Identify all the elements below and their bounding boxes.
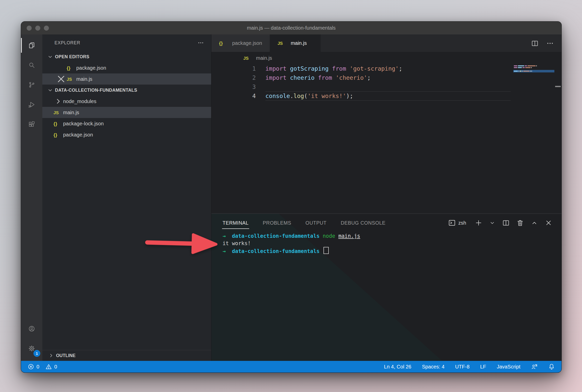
code-line-2[interactable]: 2import cheerio from 'cheerio'; — [211, 73, 561, 82]
status-language-mode[interactable]: JavaScript — [497, 364, 520, 370]
minimize-window-button[interactable] — [35, 26, 40, 31]
status-value: 0 — [37, 364, 39, 370]
terminal-cursor — [323, 247, 329, 254]
status-indentation[interactable]: Spaces: 4 — [422, 364, 445, 370]
activity-item-source-control[interactable] — [21, 75, 42, 95]
code-text: import cheerio from 'cheerio'; — [256, 73, 371, 82]
open-editor-item-main.js[interactable]: JSmain.js — [42, 73, 211, 85]
breadcrumb[interactable]: JSmain.js — [211, 52, 561, 64]
terminal-line-2: it works! — [223, 240, 561, 247]
source-control-icon — [28, 82, 35, 88]
section-header-open-editors[interactable]: OPEN EDITORS — [42, 51, 211, 62]
terminal-dropdown-chevron-icon[interactable] — [489, 220, 496, 226]
editor-tab-main.js[interactable]: JSmain.js — [270, 34, 321, 52]
minimap-line — [514, 71, 554, 72]
terminal-shell-selector[interactable]: zsh — [448, 219, 466, 227]
chevron-right-icon — [48, 352, 54, 359]
explorer-sidebar: EXPLORER OPEN EDITORS{}package.jsonJSmai… — [42, 34, 211, 361]
status-problems-warnings[interactable]: 0 — [45, 363, 57, 370]
chevron-down-icon — [47, 53, 53, 60]
line-number: 4 — [211, 91, 256, 101]
status-encoding[interactable]: UTF-8 — [455, 364, 470, 370]
maximize-panel-chevron-up-icon[interactable] — [531, 219, 538, 227]
split-editor-icon[interactable] — [531, 40, 539, 47]
kill-terminal-trash-icon[interactable] — [516, 219, 524, 227]
js-file-icon: JS — [67, 77, 72, 82]
window-title: main.js — data-collection-fundamentals — [21, 25, 561, 31]
breadcrumb-file: main.js — [256, 55, 272, 61]
code-line-1[interactable]: 1import gotScraping from 'got-scraping'; — [211, 64, 561, 73]
section-header-outline[interactable]: OUTLINE — [42, 350, 211, 361]
minimap-line — [514, 67, 554, 68]
ellipsis-icon[interactable] — [197, 40, 204, 46]
sidebar-title: EXPLORER — [54, 40, 80, 46]
tree-item-package.json[interactable]: {}package.json — [42, 129, 211, 140]
section-header-workspace-root[interactable]: DATA-COLLECTION-FUNDAMENTALS — [42, 85, 211, 96]
terminal-prompt-icon — [448, 219, 456, 227]
status-problems-errors[interactable]: 0 — [28, 363, 39, 370]
activity-item-run-debug[interactable] — [21, 95, 42, 114]
editor-more-actions-icon[interactable] — [546, 40, 554, 47]
activity-bar: 1 — [21, 34, 42, 361]
account-icon — [28, 325, 35, 332]
panel-tab-output[interactable]: OUTPUT — [305, 214, 326, 232]
status-feedback[interactable] — [531, 363, 538, 370]
code-line-4[interactable]: 4console.log('it works!'); — [211, 91, 561, 101]
close-panel-icon[interactable] — [545, 219, 552, 227]
line-number: 1 — [211, 64, 256, 73]
status-value: Spaces: 4 — [422, 364, 445, 370]
status-eol[interactable]: LF — [480, 364, 486, 370]
code-line-3[interactable]: 3 — [211, 82, 561, 91]
panel-tab-debug-console[interactable]: DEBUG CONSOLE — [341, 214, 386, 232]
file-name: main.js — [63, 110, 79, 115]
minimap[interactable] — [514, 65, 554, 72]
js-file-icon: JS — [53, 110, 59, 115]
panel-tab-problems[interactable]: PROBLEMS — [263, 214, 291, 232]
tree-item-package-lock.json[interactable]: {}package-lock.json — [42, 118, 211, 129]
outline-label: OUTLINE — [56, 353, 76, 358]
tree-item-main.js[interactable]: JSmain.js — [42, 107, 211, 118]
activity-item-account[interactable] — [21, 319, 42, 339]
close-window-button[interactable] — [27, 26, 32, 31]
close-icon[interactable] — [56, 73, 67, 85]
activity-item-explorer[interactable] — [21, 35, 42, 55]
panel-tab-terminal[interactable]: TERMINAL — [223, 214, 249, 232]
line-number: 2 — [211, 73, 256, 82]
status-notifications[interactable] — [548, 363, 555, 370]
open-editor-item-package.json[interactable]: {}package.json — [42, 62, 211, 73]
section-label: OPEN EDITORS — [55, 54, 89, 60]
json-file-icon: {} — [67, 65, 70, 71]
status-cursor-position[interactable]: Ln 4, Col 26 — [384, 364, 411, 370]
code-text: import gotScraping from 'got-scraping'; — [256, 64, 402, 73]
chevron-right-icon[interactable] — [53, 96, 63, 106]
terminal-output[interactable]: → data-collection-fundamentals node main… — [211, 232, 561, 255]
minimap-line — [514, 65, 554, 66]
terminal-panel: TERMINALPROBLEMSOUTPUTDEBUG CONSOLE zsh — [211, 213, 561, 361]
extensions-icon — [28, 121, 35, 128]
json-file-icon: {} — [53, 121, 57, 126]
file-name: package-lock.json — [63, 121, 104, 127]
activity-item-search[interactable] — [21, 55, 42, 75]
desktop: main.js — data-collection-fundamentals 1… — [0, 0, 582, 392]
settings-badge: 1 — [33, 350, 40, 357]
files-icon — [28, 42, 35, 49]
terminal-line-1: → data-collection-fundamentals node main… — [223, 232, 561, 240]
js-file-icon: JS — [243, 56, 249, 61]
code-editor[interactable]: 1import gotScraping from 'got-scraping';… — [211, 64, 561, 213]
split-terminal-icon[interactable] — [502, 219, 510, 227]
run-debug-icon — [28, 101, 35, 108]
scrollbar-marker[interactable] — [555, 86, 561, 87]
zoom-window-button[interactable] — [44, 26, 49, 31]
search-icon — [28, 62, 35, 68]
new-terminal-plus-icon[interactable] — [475, 219, 482, 227]
folder-name: node_modules — [63, 99, 96, 104]
section-label: DATA-COLLECTION-FUNDAMENTALS — [55, 88, 137, 93]
tree-item-node_modules[interactable]: node_modules — [42, 96, 211, 107]
editor-tab-package.json[interactable]: {}package.json — [211, 34, 270, 52]
feedback-icon — [531, 363, 538, 370]
activity-item-settings[interactable]: 1 — [21, 339, 42, 358]
activity-item-extensions[interactable] — [21, 114, 42, 134]
status-value: LF — [480, 364, 486, 370]
file-name: package.json — [63, 132, 93, 138]
status-value: JavaScript — [497, 364, 520, 370]
